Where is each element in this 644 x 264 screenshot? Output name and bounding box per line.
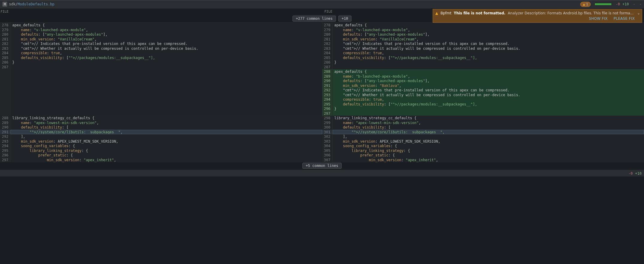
- line-number[interactable]: 295: [0, 148, 10, 153]
- line-number[interactable]: 291: [322, 83, 333, 88]
- line-number[interactable]: 281: [0, 37, 10, 42]
- line-number[interactable]: 293: [322, 93, 333, 97]
- code-line[interactable]: }: [333, 60, 644, 65]
- code-line[interactable]: soong_config_variables: {: [10, 144, 322, 148]
- code-line[interactable]: min_sdk_version: "apex_inherit",: [333, 158, 644, 162]
- code-line[interactable]: [10, 97, 322, 102]
- line-number[interactable]: 279: [0, 28, 10, 32]
- line-number[interactable]: 304: [322, 144, 333, 148]
- code-line[interactable]: [333, 65, 644, 70]
- line-number[interactable]: 296: [0, 153, 10, 158]
- line-number[interactable]: 282: [0, 41, 10, 46]
- code-line[interactable]: defaults_visibility: [: [333, 125, 644, 130]
- line-number[interactable]: 292: [322, 88, 333, 93]
- line-number[interactable]: 285: [0, 55, 10, 60]
- line-number[interactable]: 299: [322, 120, 333, 125]
- file-path[interactable]: sdk/ModuleDefaults.bp: [9, 2, 54, 6]
- code-line[interactable]: [10, 102, 322, 107]
- line-number[interactable]: 286: [322, 60, 333, 65]
- line-number[interactable]: 286: [0, 60, 10, 65]
- code-line[interactable]: "cmt">// Indicates that pre-installed ve…: [10, 41, 322, 46]
- line-number[interactable]: 296: [322, 106, 333, 111]
- code-line[interactable]: prefer_static: {: [333, 153, 644, 158]
- line-number[interactable]: 279: [322, 28, 333, 32]
- code-line[interactable]: "cmt">// Indicates that pre-installed ve…: [333, 88, 644, 93]
- code-line[interactable]: [10, 79, 322, 83]
- line-number[interactable]: [0, 69, 10, 74]
- code-line[interactable]: [10, 88, 322, 93]
- code-line[interactable]: "cmt">// Whether it actually will be com…: [10, 46, 322, 51]
- chevron-down-icon[interactable]: ⌄: [637, 11, 640, 15]
- warning-badge[interactable]: ▲ 1: [580, 2, 591, 7]
- added-lines-pill[interactable]: +10: [338, 16, 351, 22]
- line-number[interactable]: 289: [0, 120, 10, 125]
- code-line[interactable]: name: "apex-lowest-min-sdk-version",: [10, 120, 322, 125]
- code-line[interactable]: min_sdk_version: "VanillaIceCream",: [10, 37, 322, 42]
- code-line[interactable]: prefer_static: {: [10, 153, 322, 158]
- code-line[interactable]: apex_defaults {: [333, 69, 644, 74]
- code-line[interactable]: soong_config_variables: {: [333, 144, 644, 148]
- code-line[interactable]: "cmt">// Whether it actually will be com…: [333, 46, 644, 51]
- line-number[interactable]: 290: [0, 125, 10, 130]
- line-number[interactable]: [0, 88, 10, 93]
- line-number[interactable]: 278: [322, 23, 333, 28]
- line-number[interactable]: 293: [0, 139, 10, 144]
- code-line[interactable]: "">//system/core/libutils:__subpackages_…: [333, 130, 644, 135]
- line-number[interactable]: 305: [322, 148, 333, 153]
- line-number[interactable]: 298: [322, 116, 333, 120]
- code-line[interactable]: defaults_visibility: ["">//packages/modu…: [333, 102, 644, 107]
- code-line[interactable]: defaults_visibility: ["">//packages/modu…: [333, 55, 644, 60]
- line-number[interactable]: 302: [322, 134, 333, 139]
- line-number[interactable]: 278: [0, 23, 10, 28]
- diff-view[interactable]: 278apex_defaults {278apex_defaults {279 …: [0, 23, 644, 162]
- line-number[interactable]: [0, 97, 10, 102]
- code-line[interactable]: [10, 65, 322, 70]
- line-number[interactable]: 280: [0, 32, 10, 37]
- code-line[interactable]: "">//system/core/libutils:__subpackages_…: [10, 130, 322, 135]
- line-number[interactable]: 303: [322, 139, 333, 144]
- code-line[interactable]: [10, 93, 322, 97]
- line-number[interactable]: [0, 93, 10, 97]
- line-number[interactable]: 284: [0, 51, 10, 55]
- line-number[interactable]: 290: [322, 79, 333, 83]
- line-number[interactable]: 301: [322, 130, 333, 135]
- line-number[interactable]: 287: [322, 65, 333, 70]
- code-line[interactable]: defaults_visibility: ["">//packages/modu…: [10, 55, 322, 60]
- code-line[interactable]: compressible: true,: [333, 97, 644, 102]
- line-number[interactable]: 300: [322, 125, 333, 130]
- common-lines-pill[interactable]: +277 common lines: [293, 16, 336, 22]
- code-line[interactable]: [10, 74, 322, 79]
- line-number[interactable]: 292: [0, 134, 10, 139]
- line-number[interactable]: 284: [322, 51, 333, 55]
- code-line[interactable]: name: "v-launched-apex-module",: [10, 28, 322, 32]
- code-line[interactable]: library_linking_strategy_cc_defaults {: [333, 116, 644, 120]
- line-number[interactable]: [0, 102, 10, 107]
- code-line[interactable]: }: [10, 60, 322, 65]
- line-number[interactable]: 283: [0, 46, 10, 51]
- line-number[interactable]: 297: [322, 111, 333, 116]
- line-number[interactable]: 282: [322, 41, 333, 46]
- common-lines-pill[interactable]: +5 common lines: [302, 163, 341, 169]
- line-number[interactable]: 288: [322, 69, 333, 74]
- line-number[interactable]: 294: [0, 144, 10, 148]
- code-line[interactable]: library_linking_strategy_cc_defaults {: [10, 116, 322, 120]
- code-line[interactable]: compressible: true,: [10, 51, 322, 55]
- line-number[interactable]: [0, 83, 10, 88]
- code-line[interactable]: defaults: ["any-launched-apex-modules"],: [333, 79, 644, 83]
- line-number[interactable]: [0, 79, 10, 83]
- line-number[interactable]: [0, 74, 10, 79]
- code-line[interactable]: name: "b-launched-apex-module",: [333, 74, 644, 79]
- line-number[interactable]: [0, 111, 10, 116]
- code-line[interactable]: min_sdk_version: APEX_LOWEST_MIN_SDK_VER…: [10, 139, 322, 144]
- code-line[interactable]: ],: [10, 134, 322, 139]
- code-line[interactable]: "cmt">// Indicates that pre-installed ve…: [333, 41, 644, 46]
- code-line[interactable]: apex_defaults {: [333, 23, 644, 28]
- please-fix-link[interactable]: PLEASE FIX: [614, 16, 635, 21]
- code-line[interactable]: min_sdk_version: "Baklava",: [333, 83, 644, 88]
- line-number[interactable]: 295: [322, 102, 333, 107]
- code-line[interactable]: library_linking_strategy: {: [333, 148, 644, 153]
- code-line[interactable]: [10, 111, 322, 116]
- line-number[interactable]: 297: [0, 158, 10, 162]
- line-number[interactable]: [0, 106, 10, 111]
- code-line[interactable]: ],: [333, 134, 644, 139]
